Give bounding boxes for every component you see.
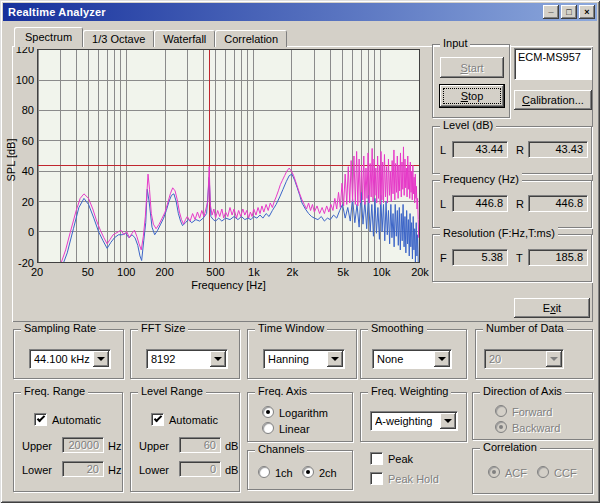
tab-13-octave[interactable]: 1/3 Octave — [83, 30, 154, 47]
tab-correlation[interactable]: Correlation — [215, 30, 287, 47]
tab-waterfall[interactable]: Waterfall — [154, 30, 215, 47]
x-tick-label: 5k — [326, 266, 360, 278]
freq-axis-logarithm-radio[interactable] — [262, 406, 274, 418]
y-tick-label: 0 — [4, 226, 34, 238]
x-tick-label: 20k — [403, 266, 437, 278]
minimize-button[interactable]: _ — [543, 5, 559, 19]
chevron-down-icon[interactable] — [440, 413, 456, 429]
tab-spectrum[interactable]: Spectrum — [14, 27, 83, 47]
y-tick-label: 60 — [4, 135, 34, 147]
x-axis-title: Frequency [Hz] — [37, 279, 420, 291]
number-of-data-select: 20 — [484, 349, 564, 369]
x-tick-label: 1k — [237, 266, 271, 278]
maximize-button[interactable]: □ — [561, 5, 577, 19]
x-tick-label: 500 — [198, 266, 232, 278]
chevron-down-icon — [546, 351, 562, 367]
calibration-button[interactable]: Calibration... — [514, 90, 592, 110]
x-tick-label: 50 — [71, 266, 105, 278]
x-tick-label: 100 — [109, 266, 143, 278]
chevron-down-icon[interactable] — [434, 351, 450, 367]
frequency-r-label: R — [516, 198, 524, 210]
time-window-select[interactable]: Hanning — [263, 349, 345, 369]
x-tick-label: 10k — [365, 266, 399, 278]
chevron-down-icon[interactable] — [93, 351, 109, 367]
x-tick-label: 2k — [275, 266, 309, 278]
y-tick-label: 20 — [4, 196, 34, 208]
level-l-label: L — [440, 144, 446, 156]
direction-backward-radio — [495, 421, 507, 433]
y-tick-label: 80 — [4, 104, 34, 116]
spectrum-plot[interactable] — [37, 49, 420, 263]
level-l-value: 43.44 — [452, 141, 508, 158]
freq-weighting-select[interactable]: A-weighting — [370, 411, 458, 431]
check-icon — [154, 414, 162, 422]
level-range-upper-field: 60 — [179, 437, 221, 453]
chevron-down-icon[interactable] — [327, 351, 343, 367]
frequency-r-value: 446.8 — [528, 195, 588, 212]
level-range-lower-field: 0 — [179, 461, 221, 477]
start-button: Start — [440, 57, 504, 78]
channels-1ch-radio[interactable] — [258, 466, 270, 478]
close-button[interactable]: × — [579, 5, 595, 19]
level-r-value: 43.43 — [528, 141, 588, 158]
realtime-analyzer-window: Realtime Analyzer _ □ × Spectrum 1/3 Oct… — [0, 0, 600, 503]
resolution-t-value: 185.8 — [528, 249, 588, 266]
channels-2ch-radio[interactable] — [302, 466, 314, 478]
level-range-automatic-checkbox[interactable] — [151, 413, 164, 426]
stop-button[interactable]: Stop — [440, 85, 504, 107]
chevron-down-icon[interactable] — [210, 351, 226, 367]
y-tick-label: 100 — [4, 74, 34, 86]
peak-checkbox[interactable] — [370, 452, 383, 465]
y-tick-label: 40 — [4, 165, 34, 177]
minimize-icon: _ — [548, 5, 553, 14]
close-icon: × — [584, 8, 589, 17]
level-r-label: R — [516, 144, 524, 156]
smoothing-select[interactable]: None — [372, 349, 452, 369]
resolution-f-value: 5.38 — [452, 249, 508, 266]
frequency-l-value: 446.8 — [452, 195, 508, 212]
resolution-t-label: T — [516, 252, 523, 264]
direction-forward-radio — [495, 405, 507, 417]
resolution-f-label: F — [440, 252, 447, 264]
title-bar: Realtime Analyzer _ □ × — [3, 3, 597, 21]
freq-range-upper-field: 20000 — [62, 437, 104, 453]
x-tick-label: 20 — [20, 266, 54, 278]
correlation-ccf-radio — [537, 466, 549, 478]
x-tick-label: 200 — [148, 266, 182, 278]
tab-strip: Spectrum 1/3 Octave Waterfall Correlatio… — [14, 27, 287, 47]
input-device-field[interactable]: ECM-MS957 — [514, 48, 592, 80]
freq-range-automatic-checkbox[interactable] — [34, 413, 47, 426]
check-icon — [37, 414, 45, 422]
sampling-rate-select[interactable]: 44.100 kHz — [29, 349, 111, 369]
exit-button[interactable]: Exit — [514, 298, 590, 318]
frequency-l-label: L — [440, 198, 446, 210]
freq-range-lower-field: 20 — [62, 461, 104, 477]
maximize-icon: □ — [566, 8, 572, 17]
fft-size-select[interactable]: 8192 — [146, 349, 228, 369]
window-title: Realtime Analyzer — [8, 6, 106, 18]
correlation-acf-radio — [488, 466, 500, 478]
peak-hold-checkbox — [370, 472, 383, 485]
freq-axis-linear-radio[interactable] — [262, 422, 274, 434]
